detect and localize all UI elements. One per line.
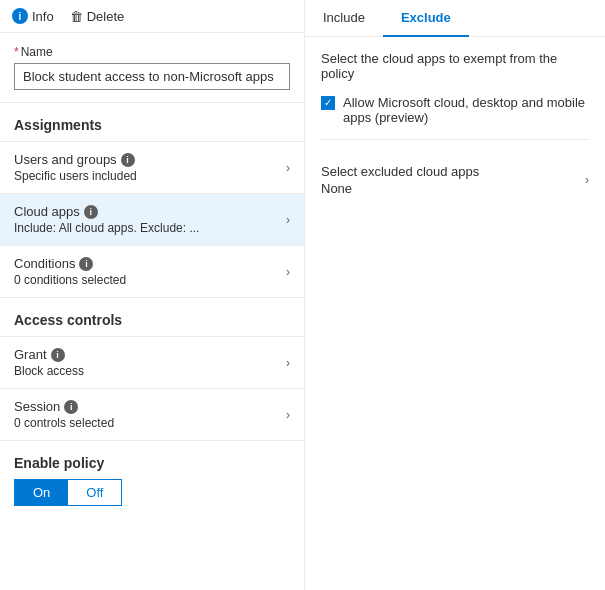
- name-label: *Name: [14, 45, 290, 59]
- cloud-apps-nav-item[interactable]: Cloud apps i Include: All cloud apps. Ex…: [0, 193, 304, 245]
- cloud-apps-content: Cloud apps i Include: All cloud apps. Ex…: [14, 204, 286, 235]
- grant-subtitle: Block access: [14, 364, 286, 378]
- users-groups-chevron: ›: [286, 161, 290, 175]
- session-chevron: ›: [286, 408, 290, 422]
- tab-include[interactable]: Include: [305, 0, 383, 37]
- cloud-apps-info-icon: i: [84, 205, 98, 219]
- allow-microsoft-checkbox[interactable]: ✓: [321, 96, 335, 110]
- policy-toggle-group: On Off: [14, 479, 122, 506]
- delete-button[interactable]: 🗑 Delete: [70, 9, 125, 24]
- policy-name-input[interactable]: [14, 63, 290, 90]
- cloud-apps-title: Cloud apps i: [14, 204, 286, 219]
- enable-policy-section: Enable policy On Off: [0, 440, 304, 520]
- session-title: Session i: [14, 399, 286, 414]
- toggle-on-button[interactable]: On: [15, 480, 68, 505]
- access-controls-title: Access controls: [0, 297, 304, 336]
- cloud-apps-subtitle: Include: All cloud apps. Exclude: ...: [14, 221, 286, 235]
- conditions-chevron: ›: [286, 265, 290, 279]
- checkbox-label: Allow Microsoft cloud, desktop and mobil…: [343, 95, 589, 125]
- trash-icon: 🗑: [70, 9, 83, 24]
- session-content: Session i 0 controls selected: [14, 399, 286, 430]
- users-groups-nav-item[interactable]: Users and groups i Specific users includ…: [0, 141, 304, 193]
- right-panel: Include Exclude Select the cloud apps to…: [305, 0, 605, 590]
- grant-content: Grant i Block access: [14, 347, 286, 378]
- conditions-info-icon: i: [79, 257, 93, 271]
- conditions-nav-item[interactable]: Conditions i 0 conditions selected ›: [0, 245, 304, 297]
- session-subtitle: 0 controls selected: [14, 416, 286, 430]
- select-excluded-chevron: ›: [585, 173, 589, 187]
- name-section: *Name: [0, 33, 304, 103]
- session-nav-item[interactable]: Session i 0 controls selected ›: [0, 388, 304, 440]
- info-label: Info: [32, 9, 54, 24]
- grant-chevron: ›: [286, 356, 290, 370]
- toggle-off-button[interactable]: Off: [68, 480, 121, 505]
- checkmark-icon: ✓: [324, 98, 332, 108]
- right-description: Select the cloud apps to exempt from the…: [321, 51, 589, 81]
- select-excluded-value: None: [321, 181, 479, 196]
- info-button[interactable]: i Info: [12, 8, 54, 24]
- info-icon: i: [12, 8, 28, 24]
- select-excluded-title: Select excluded cloud apps: [321, 164, 479, 179]
- checkbox-row: ✓ Allow Microsoft cloud, desktop and mob…: [321, 95, 589, 140]
- delete-label: Delete: [87, 9, 125, 24]
- right-content: Select the cloud apps to exempt from the…: [305, 37, 605, 218]
- tab-exclude[interactable]: Exclude: [383, 0, 469, 37]
- users-groups-subtitle: Specific users included: [14, 169, 286, 183]
- left-panel: i Info 🗑 Delete *Name Assignments Users …: [0, 0, 305, 590]
- enable-policy-label: Enable policy: [14, 455, 290, 471]
- session-info-icon: i: [64, 400, 78, 414]
- users-groups-content: Users and groups i Specific users includ…: [14, 152, 286, 183]
- grant-title: Grant i: [14, 347, 286, 362]
- conditions-subtitle: 0 conditions selected: [14, 273, 286, 287]
- top-bar: i Info 🗑 Delete: [0, 0, 304, 33]
- select-excluded-apps-item[interactable]: Select excluded cloud apps None ›: [321, 156, 589, 204]
- tabs-container: Include Exclude: [305, 0, 605, 37]
- grant-nav-item[interactable]: Grant i Block access ›: [0, 336, 304, 388]
- cloud-apps-chevron: ›: [286, 213, 290, 227]
- assignments-title: Assignments: [0, 103, 304, 141]
- conditions-content: Conditions i 0 conditions selected: [14, 256, 286, 287]
- conditions-title: Conditions i: [14, 256, 286, 271]
- users-info-icon: i: [121, 153, 135, 167]
- select-excluded-content: Select excluded cloud apps None: [321, 164, 479, 196]
- grant-info-icon: i: [51, 348, 65, 362]
- users-groups-title: Users and groups i: [14, 152, 286, 167]
- required-star: *: [14, 45, 19, 59]
